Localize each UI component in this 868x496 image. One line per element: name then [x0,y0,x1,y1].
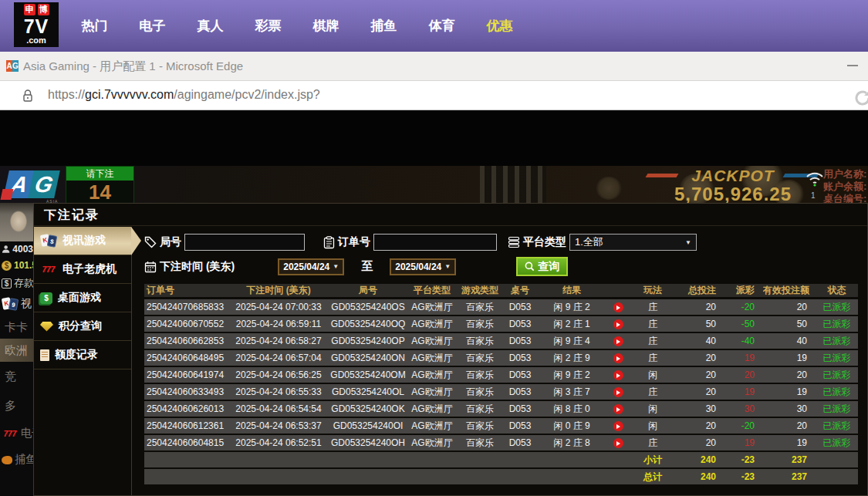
nav-menu-item[interactable]: 棋牌 [297,17,355,35]
cell-result: 闲 2 庄 8 [538,437,606,450]
window-titlebar: A G Asia Gaming - 用户配置 1 - Microsoft Edg… [0,52,868,81]
logo-badge-right: 博 [38,4,49,15]
replay-play-button[interactable] [613,336,623,346]
cell-status: 已派彩 [816,335,858,348]
cell-replay [606,319,630,330]
cell-platform: AG欧洲厅 [407,437,458,450]
cell-game: 百家乐 [458,386,502,399]
replay-play-button[interactable] [613,404,623,414]
nav-menu-item[interactable]: 体育 [413,17,471,35]
bg-menu-item-highlighted: 欧洲 [0,339,33,362]
bg-menu-item: 竞 [0,362,33,391]
cell-payout: 30 [724,403,763,414]
cell-status: 已派彩 [816,352,858,365]
sidebar-item-live-games[interactable]: K$ 视讯游戏 [34,227,131,255]
sidebar-item-table-games[interactable]: $ 桌面游戏 [34,284,131,312]
cell-platform: AG欧洲厅 [407,420,458,433]
cell-replay [606,302,630,313]
replay-play-button[interactable] [613,387,623,397]
date-to-picker[interactable]: 2025/04/24 ▼ [390,258,456,275]
bg-menu-item: 多 [0,391,33,420]
cell-platform: AG欧洲厅 [407,369,458,382]
cell-bet: 20 [675,302,724,312]
cell-valid: 50 [763,319,816,329]
url-domain: gci.7vvvvvv.com [85,88,174,101]
cell-replay [606,386,630,398]
replay-play-button[interactable] [613,319,623,329]
balance-row: $ 101.5 [0,257,33,274]
url-path: /agingame/pcv2/index.jsp? [174,88,319,101]
refresh-icon[interactable] [853,89,868,110]
sidebar-item-label: 电子老虎机 [62,262,117,276]
replay-play-button[interactable] [613,438,623,448]
cell-play: 庄 [630,335,675,348]
cell-table: D053 [502,420,538,431]
subtotal-payout: -23 [724,454,763,465]
order-number-input[interactable] [373,234,497,251]
cell-platform: AG欧洲厅 [407,301,458,314]
cell-round: GD053254240OS [329,302,407,312]
wifi-badge: 1 [811,191,816,200]
site-logo[interactable]: 申 博 7V .com [14,2,59,47]
subtotal-row: 小计 240 -23 237 [144,452,858,467]
cell-replay [606,403,630,415]
wifi-icon [804,169,826,191]
nav-menu-item[interactable]: 彩票 [239,17,297,35]
nav-menu-item[interactable]: 捕鱼 [355,17,413,35]
cell-table: D053 [502,386,538,397]
chevron-down-icon: ▼ [333,263,339,270]
asia-gaming-logo: A G ASIA GAMING [2,169,76,203]
table-row: 250424060641974 2025-04-24 06:56:25 GD05… [144,367,858,383]
cell-time: 2025-04-24 06:57:04 [228,353,329,363]
filter-row-2: 下注时间 (美东) 2025/04/24 ▼ 至 2025/04/24 ▼ 查询 [144,257,568,276]
account-id: 4003 [12,244,33,255]
chevron-down-icon: ▼ [444,263,451,270]
sidebar-item-slots[interactable]: 777 电子老虎机 [34,255,131,284]
bg-menu-label: 电子游戏 [21,427,33,440]
replay-play-button[interactable] [613,302,623,312]
cell-time: 2025-04-24 07:00:33 [228,302,329,312]
url-bar[interactable]: https://gci.7vvvvvv.com/agingame/pcv2/in… [0,81,868,110]
cell-payout: 19 [724,353,763,363]
address-text[interactable]: https://gci.7vvvvvv.com/agingame/pcv2/in… [48,88,320,102]
favicon-letter-a: A [6,60,12,72]
cell-payout: -20 [724,420,763,431]
subtotal-label: 小计 [630,454,675,467]
cell-order: 250424060670552 [144,319,228,329]
nav-menu-item[interactable]: 热门 [66,17,123,35]
round-number-input[interactable] [184,234,305,251]
nav-menu-item[interactable]: 电子 [123,17,181,35]
casino-backdrop-stripes [480,166,546,204]
date-from-picker[interactable]: 2025/04/24 ▼ [278,258,344,275]
col-header-round: 局号 [329,284,407,297]
cell-game: 百家乐 [458,352,502,365]
round-number-label: 局号 [160,235,181,249]
replay-play-button[interactable] [613,370,623,380]
subtotal-valid: 237 [763,454,816,465]
cell-round: GD053254240OQ [329,319,407,329]
chevron-down-icon: ▼ [685,239,691,246]
minimize-button[interactable] [847,65,858,66]
bg-menu-label: 捕鱼王 [15,453,33,467]
cell-replay [606,353,630,364]
nav-menu-item[interactable]: 优惠 [471,17,529,35]
nav-menu-item[interactable]: 真人 [181,17,239,35]
cell-result: 闲 3 庄 7 [538,386,606,399]
cell-game: 百家乐 [458,369,502,382]
table-row: 250424060612361 2025-04-24 06:53:37 GD05… [144,418,858,434]
lock-icon[interactable] [22,89,33,106]
sidebar-item-quota-records[interactable]: 额度记录 [34,341,131,369]
sidebar-item-points[interactable]: 积分查询 [34,312,131,341]
replay-play-button[interactable] [613,421,623,431]
cell-round: GD053254240ON [329,353,407,363]
replay-play-button[interactable] [613,353,623,363]
order-number-label: 订单号 [338,235,370,249]
platform-type-select[interactable]: 1.全部 ▼ [569,234,697,251]
search-button[interactable]: 查询 [516,257,568,276]
cell-status: 已派彩 [816,386,858,399]
cell-payout: 19 [724,386,763,397]
bg-menu-item-slots: 777 电子游戏 [0,420,33,447]
table-row: 250424060633493 2025-04-24 06:55:33 GD05… [144,384,858,400]
video-menu-label: 视 [21,297,32,311]
col-header-order: 订单号 [144,284,228,297]
